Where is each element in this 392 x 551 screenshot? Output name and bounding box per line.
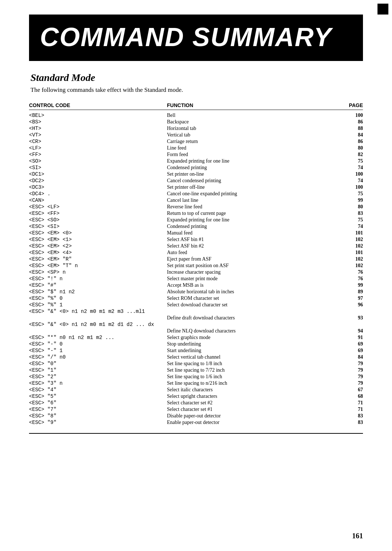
cell-function: Set line spacing to 1/6 inch — [167, 374, 341, 380]
table-row: <ESC> "&" <0> n1 n2 m0 m1 m2 d1 d2 ... d… — [29, 321, 363, 328]
cell-control: <ESC> <EM> <4> — [29, 250, 167, 256]
cell-control: <DC2> — [29, 178, 167, 184]
cell-function: Cancel last line — [167, 197, 341, 203]
cell-function: Set line spacing to 1/8 inch — [167, 361, 341, 367]
table-row: <CAN>Cancel last line99 — [29, 197, 363, 204]
cell-function: Condensed printing — [167, 224, 341, 229]
cell-page: 83 — [341, 211, 363, 216]
cell-control: <SO> — [29, 158, 167, 164]
cell-control — [29, 315, 167, 321]
col-function-header: FUNCTION — [167, 102, 341, 108]
top-bar — [29, 15, 363, 17]
cell-function: Vertical tab — [167, 132, 341, 138]
cell-page: 79 — [341, 380, 363, 386]
cell-page: 74 — [341, 178, 363, 184]
cell-function: Expanded printing for one line — [167, 158, 341, 164]
table-row: <DC4> .Cancel one-line expanded printing… — [29, 191, 363, 197]
cell-function: Select italic characters — [167, 387, 341, 393]
cell-function — [167, 309, 341, 314]
cell-page: 86 — [341, 119, 363, 125]
cell-page: 99 — [341, 282, 363, 288]
col-control-header: CONTROL CODE — [29, 102, 167, 108]
cell-page — [341, 309, 363, 314]
table-row: <ESC> "/" n0Select vertical tab channel8… — [29, 354, 363, 360]
cell-control: <ESC> "6" — [29, 400, 167, 406]
cell-page: 86 — [341, 139, 363, 144]
cell-function: Cancel one-line expanded printing — [167, 191, 341, 197]
cell-control: <ESC> "!" n — [29, 276, 167, 282]
cell-control: <ESC> "9" — [29, 420, 167, 425]
table-row: <DC2>Cancel condensed printing74 — [29, 177, 363, 184]
table-row: <ESC> "4"Select italic characters67 — [29, 387, 363, 393]
table-row: <ESC> "0"Set line spacing to 1/8 inch79 — [29, 360, 363, 367]
title-section: COMMAND SUMMARY — [29, 17, 363, 58]
cell-function: Bell — [167, 113, 341, 118]
table-row: <ESC> <LF>Reverse line feed80 — [29, 204, 363, 210]
cell-page: 83 — [341, 413, 363, 419]
table-body: <BEL>Bell100<BS>Backspace86<HT>Horizonta… — [29, 112, 363, 426]
cell-page: 76 — [341, 276, 363, 282]
cell-page — [341, 322, 363, 327]
cell-page: 99 — [341, 197, 363, 203]
cell-control: <ESC> "&" <0> n1 n2 m0 m1 m2 m3 ...ml1 — [29, 309, 167, 314]
cell-control: <ESC> "8" — [29, 413, 167, 419]
cell-page: 69 — [341, 348, 363, 354]
cell-function: Set line spacing to n/216 inch — [167, 380, 341, 386]
cell-page: 96 — [341, 302, 363, 308]
cell-page: 94 — [341, 328, 363, 334]
table-row: <ESC> <SO>Expanded printing for one line… — [29, 217, 363, 223]
cell-page: 74 — [341, 224, 363, 229]
page-number: 161 — [352, 532, 363, 540]
cell-page: 67 — [341, 387, 363, 393]
table-row: <ESC> "%" 1Select download character set… — [29, 302, 363, 308]
cell-page: 101 — [341, 250, 363, 256]
cell-function: Form feed — [167, 152, 341, 158]
cell-page: 76 — [341, 269, 363, 275]
cell-control: <ESC> "%" 0 — [29, 295, 167, 301]
table-row: <ESC> "8"Disable paper-out detector83 — [29, 413, 363, 419]
table-row: <BEL>Bell100 — [29, 112, 363, 119]
cell-control: <ESC> <EM> "R" — [29, 256, 167, 262]
cell-page: 75 — [341, 158, 363, 164]
cell-page: 75 — [341, 191, 363, 197]
cell-control: <ESC> <FF> — [29, 211, 167, 216]
cell-control: <ESC> "1" — [29, 367, 167, 373]
cell-control: <DC3> — [29, 184, 167, 190]
cell-function: Line feed — [167, 145, 341, 151]
table-row: <ESC> "7"Select character set #171 — [29, 406, 363, 413]
table-row: <LF>Line feed80 — [29, 145, 363, 151]
table-row: <FF>Form feed82 — [29, 151, 363, 158]
table-row: <ESC> "5"Select upright characters68 — [29, 393, 363, 400]
cell-function: Select character set #2 — [167, 400, 341, 406]
cell-page: 102 — [341, 263, 363, 269]
table-row: Define NLQ download characters94 — [29, 328, 363, 334]
cell-function: Expanded printing for one line — [167, 217, 341, 223]
table-row: <ESC> "3" nSet line spacing to n/216 inc… — [29, 380, 363, 387]
cell-function: Horizontal tab — [167, 126, 341, 131]
cell-control: <DC1> — [29, 171, 167, 177]
cell-control: <ESC> "-" 1 — [29, 348, 167, 354]
cell-control: <CAN> — [29, 197, 167, 203]
cell-page: 75 — [341, 217, 363, 223]
table-row: <CR>Carriage return86 — [29, 138, 363, 145]
cell-function: Select master print mode — [167, 276, 341, 282]
table-row: <ESC> "!" nSelect master print mode76 — [29, 276, 363, 282]
section-subtitle: The following commands take effect with … — [30, 86, 363, 94]
cell-function: Set printer on-line — [167, 171, 341, 177]
table-row: <ESC> "*" n0 n1 n2 m1 m2 ...Select graph… — [29, 334, 363, 341]
cell-function: Set printer off-line — [167, 184, 341, 190]
table-row: <ESC> "$" n1 n2Absolute horizontal tab i… — [29, 289, 363, 295]
cell-page: 71 — [341, 407, 363, 412]
table-row: <SI>Condensed printing74 — [29, 164, 363, 171]
cell-function: Disable paper-out detector — [167, 413, 341, 419]
table-row: <VT>Vertical tab84 — [29, 132, 363, 138]
cell-control: <ESC> "7" — [29, 407, 167, 412]
bottom-bar — [29, 58, 363, 61]
cell-page: 68 — [341, 393, 363, 399]
cell-function: Select graphics mode — [167, 335, 341, 340]
cell-page: 101 — [341, 230, 363, 236]
cell-control: <VT> — [29, 132, 167, 138]
cell-function: Absolute horizontal tab in inches — [167, 289, 341, 295]
cell-function: Carriage return — [167, 139, 341, 144]
cell-function: Select download character set — [167, 302, 341, 308]
